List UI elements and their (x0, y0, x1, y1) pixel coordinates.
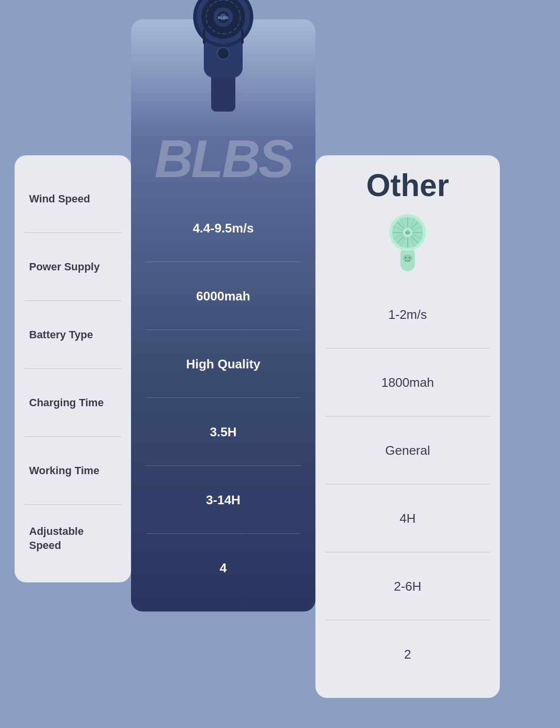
other-cell: 2-6H (315, 552, 500, 620)
blbs-value: 3-14H (206, 493, 241, 508)
other-value: 2-6H (394, 579, 421, 594)
blbs-cell: 3.5H (131, 398, 315, 466)
comparison-container: Wind SpeedPower SupplyBattery TypeChargi… (15, 19, 545, 698)
svg-point-16 (405, 257, 407, 259)
svg-rect-0 (211, 73, 235, 112)
other-column: Other (315, 155, 500, 698)
blbs-value: 3.5H (210, 425, 237, 440)
blbs-value: 6000mah (196, 289, 250, 304)
label-cell: Adjustable Speed (15, 505, 131, 573)
blbs-brand-bg: BLBS (154, 128, 292, 189)
label-cell: Wind Speed (15, 165, 131, 233)
label-text: Working Time (29, 464, 99, 478)
label-text: Charging Time (29, 396, 104, 410)
other-cell: 1-2m/s (315, 281, 500, 348)
blbs-header: BLBS BLBS (131, 19, 315, 194)
other-cell: 4H (315, 484, 500, 552)
blbs-cell: 3-14H (131, 466, 315, 534)
label-cell: Power Supply (15, 233, 131, 301)
label-cell: Battery Type (15, 301, 131, 369)
other-value: 2 (404, 647, 411, 662)
blbs-cell: 4.4-9.5m/s (131, 194, 315, 262)
svg-point-10 (217, 48, 229, 59)
blbs-value: 4 (220, 561, 227, 576)
label-text: Adjustable Speed (29, 525, 83, 552)
svg-text:BLBS: BLBS (218, 16, 229, 20)
label-cell: Charging Time (15, 369, 131, 437)
blbs-cell: High Quality (131, 330, 315, 398)
blbs-fan-image: BLBS (180, 0, 267, 118)
other-value: 1-2m/s (388, 307, 427, 322)
label-text: Wind Speed (29, 192, 90, 206)
other-value: 1800mah (381, 375, 434, 390)
label-text: Power Supply (29, 260, 99, 274)
label-text: Battery Type (29, 328, 93, 342)
other-cell: 1800mah (315, 348, 500, 416)
svg-text:brand: brand (405, 232, 410, 234)
blbs-cell: 4 (131, 534, 315, 602)
blbs-cell: 6000mah (131, 262, 315, 330)
blbs-value: 4.4-9.5m/s (193, 221, 254, 236)
other-header: Other (315, 155, 500, 281)
other-cell: 2 (315, 620, 500, 688)
other-value: General (385, 443, 430, 458)
other-fan-image: brand (383, 206, 432, 276)
blbs-column: BLBS BLBS 4.4-9.5m/s6000mahHigh Quality3… (131, 19, 315, 612)
other-cell: General (315, 416, 500, 484)
label-column: Wind SpeedPower SupplyBattery TypeChargi… (15, 155, 131, 582)
other-title: Other (366, 170, 449, 201)
svg-point-17 (409, 257, 411, 259)
blbs-value: High Quality (186, 357, 260, 372)
svg-rect-12 (203, 29, 205, 44)
label-cell: Working Time (15, 437, 131, 505)
other-value: 4H (399, 511, 415, 526)
svg-rect-13 (241, 29, 244, 44)
